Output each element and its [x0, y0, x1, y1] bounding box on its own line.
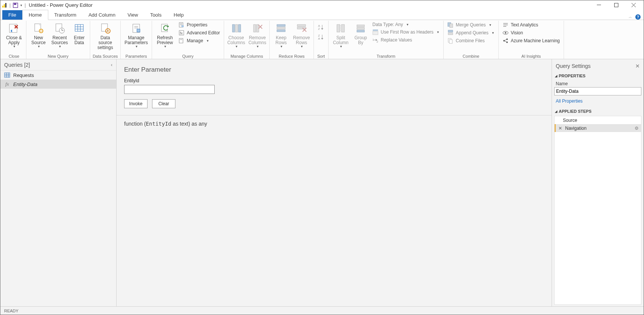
new-source-button[interactable]: New Source▼	[29, 22, 48, 49]
replace-values-button[interactable]: 12Replace Values	[371, 37, 441, 43]
svg-rect-51	[297, 25, 306, 26]
azure-ml-icon	[503, 38, 509, 44]
sort-desc-button[interactable]: ZA	[318, 34, 324, 40]
close-window-button[interactable]	[625, 0, 642, 10]
group-by-button[interactable]: Group By	[352, 22, 369, 46]
svg-rect-90	[5, 73, 10, 77]
svg-rect-76	[448, 30, 453, 32]
query-item-entity-data[interactable]: fx Entity-Data	[0, 80, 116, 89]
invoke-button[interactable]: Invoke	[124, 99, 148, 108]
query-item-requests[interactable]: Requests	[0, 71, 116, 80]
ribbon-group-ai: Text Analytics Vision Azure Machine Lear…	[499, 21, 564, 59]
applied-steps-section-header[interactable]: ◢APPLIED STEPS	[554, 107, 641, 116]
tab-tools[interactable]: Tools	[144, 10, 168, 20]
ribbon-group-manage-columns: Choose Columns▼ Remove Columns▼ Manage C…	[224, 21, 270, 59]
query-name-input[interactable]	[554, 87, 641, 95]
enter-parameter-title: Enter Parameter	[124, 66, 544, 74]
queries-panel: Queries [2] ‹ Requests fx Entity-Data	[0, 59, 117, 306]
recent-sources-button[interactable]: Recent Sources▼	[50, 22, 69, 49]
settings-header-title: Query Settings	[556, 63, 591, 69]
delete-step-icon[interactable]: ✕	[557, 126, 563, 131]
step-settings-icon[interactable]: ⚙	[635, 126, 639, 131]
ribbon-group-new-query: New Source▼ Recent Sources▼ Enter Data N…	[26, 21, 90, 59]
qat-dropdown-icon[interactable]: ▾	[20, 3, 22, 7]
svg-rect-75	[450, 24, 453, 28]
azure-ml-button[interactable]: Azure Machine Learning	[501, 37, 561, 44]
choose-columns-button[interactable]: Choose Columns▼	[226, 22, 246, 49]
enter-data-button[interactable]: Enter Data	[71, 22, 88, 46]
tab-home[interactable]: Home	[22, 10, 48, 20]
svg-rect-43	[238, 25, 241, 32]
svg-rect-24	[101, 24, 108, 31]
entityid-input[interactable]	[124, 85, 215, 94]
collapse-ribbon-icon[interactable]: ︿	[629, 14, 632, 20]
advanced-editor-button[interactable]: fxAdvanced Editor	[177, 29, 221, 36]
split-column-button[interactable]: Split Column▼	[331, 22, 350, 49]
refresh-preview-button[interactable]: Refresh Preview▼	[154, 22, 175, 49]
divider	[117, 115, 552, 115]
svg-rect-49	[277, 27, 285, 29]
data-source-settings-button[interactable]: Data source settings	[92, 22, 118, 51]
vision-icon	[503, 30, 509, 36]
clear-button[interactable]: Clear	[152, 99, 175, 108]
tab-view[interactable]: View	[121, 10, 144, 20]
append-icon	[447, 30, 453, 36]
step-navigation[interactable]: ✕ Navigation ⚙	[555, 124, 641, 132]
svg-rect-31	[161, 24, 168, 32]
remove-rows-button[interactable]: Remove Rows▼	[292, 22, 311, 49]
maximize-button[interactable]	[607, 0, 625, 10]
ribbon-group-data-sources: Data source settings Data Sources	[90, 21, 121, 59]
svg-rect-39	[179, 38, 183, 43]
svg-rect-2	[5, 3, 6, 8]
tab-file[interactable]: File	[2, 10, 22, 20]
keep-rows-button[interactable]: Keep Rows▼	[272, 22, 290, 49]
append-queries-button[interactable]: Append Queries▼	[446, 29, 496, 36]
svg-rect-0	[2, 6, 3, 8]
replace-icon: 12	[372, 37, 378, 43]
ribbon-group-close: Close & Apply▼ Close	[2, 21, 26, 59]
manage-parameters-button[interactable]: Manage Parameters▼	[123, 22, 149, 49]
svg-marker-58	[321, 28, 323, 30]
properties-icon	[178, 22, 184, 28]
svg-rect-66	[357, 25, 364, 27]
manage-button[interactable]: Manage▼	[177, 37, 221, 44]
close-apply-button[interactable]: Close & Apply▼	[4, 22, 24, 49]
fx-icon: fx	[4, 81, 10, 87]
query-settings-panel: Query Settings ✕ ◢PROPERTIES Name All Pr…	[552, 59, 644, 306]
vision-button[interactable]: Vision	[501, 29, 561, 36]
queries-header: Queries [2]	[4, 62, 30, 68]
svg-marker-32	[168, 25, 169, 28]
separator: |	[9, 3, 11, 8]
data-type-button[interactable]: Data Type: Any▼	[371, 22, 441, 28]
sort-asc-button[interactable]: AZ	[318, 24, 324, 31]
remove-columns-button[interactable]: Remove Columns▼	[247, 22, 267, 49]
tab-transform[interactable]: Transform	[48, 10, 83, 20]
ribbon-group-combine: Merge Queries▼ Append Queries▼ Combine F…	[444, 21, 499, 59]
text-analytics-button[interactable]: Text Analytics	[501, 22, 561, 28]
tab-add-column[interactable]: Add Column	[82, 10, 121, 20]
close-settings-icon[interactable]: ✕	[635, 63, 640, 69]
ribbon: Close & Apply▼ Close New Source▼ Recent …	[0, 20, 644, 59]
manage-parameters-icon	[130, 22, 142, 34]
svg-rect-67	[357, 28, 364, 29]
svg-rect-52	[297, 27, 306, 29]
tab-help[interactable]: Help	[168, 10, 190, 20]
collapse-queries-icon[interactable]: ‹	[111, 62, 112, 68]
svg-rect-50	[277, 30, 285, 32]
all-properties-link[interactable]: All Properties	[554, 95, 641, 107]
minimize-button[interactable]	[590, 0, 607, 10]
ribbon-group-query: Refresh Preview▼ Properties fxAdvanced E…	[152, 21, 224, 59]
table-icon	[4, 72, 10, 78]
combine-files-button[interactable]: Combine Files	[446, 37, 496, 44]
svg-line-89	[504, 41, 507, 42]
svg-rect-48	[277, 25, 285, 26]
merge-queries-button[interactable]: Merge Queries▼	[446, 22, 496, 28]
first-row-headers-button[interactable]: Use First Row as Headers▼	[371, 29, 441, 35]
svg-point-84	[505, 32, 506, 34]
properties-section-header[interactable]: ◢PROPERTIES	[554, 71, 641, 80]
new-source-icon	[32, 22, 45, 34]
properties-button[interactable]: Properties	[177, 22, 221, 28]
save-icon[interactable]	[13, 3, 18, 8]
step-source[interactable]: Source	[555, 116, 641, 124]
help-icon[interactable]: ?	[635, 14, 641, 20]
